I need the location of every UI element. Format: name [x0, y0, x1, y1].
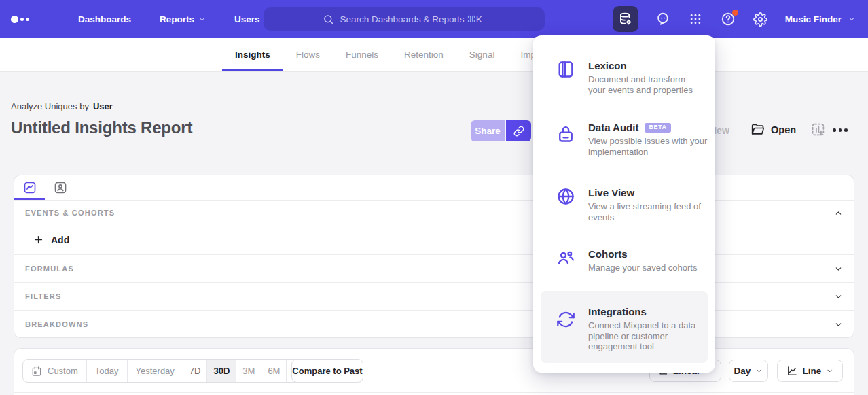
- top-nav: Dashboards Reports Users: [0, 0, 868, 38]
- analyze-value[interactable]: User: [93, 101, 113, 111]
- tools-menu-popover: Lexicon Document and transform your even…: [533, 35, 715, 373]
- interval-label: Day: [734, 366, 751, 376]
- chevron-up-icon[interactable]: [834, 209, 843, 218]
- menu-item-title: Lexicon: [588, 60, 715, 71]
- calendar-icon: [31, 366, 42, 377]
- chevron-down-icon[interactable]: [834, 320, 843, 329]
- add-event-button[interactable]: Add: [33, 235, 69, 245]
- date-range-segmented-control: Custom Today Yesterday 7D 30D 3M 6M 12M: [22, 359, 317, 383]
- menu-item-desc: Manage your saved cohorts: [588, 262, 715, 273]
- section-label: FILTERS: [25, 292, 61, 300]
- events-add-row: Add: [14, 225, 854, 254]
- support-chat-icon[interactable]: [655, 11, 671, 27]
- section-formulas[interactable]: FORMULAS: [14, 254, 854, 282]
- add-to-dashboard-icon[interactable]: [811, 122, 825, 137]
- chart-type-label: Line: [803, 366, 822, 376]
- project-name: Music Finder: [785, 14, 842, 24]
- chevron-down-icon: [198, 16, 206, 23]
- menu-item-lexicon[interactable]: Lexicon Document and transform your even…: [533, 60, 715, 95]
- chevron-down-icon: [826, 367, 833, 375]
- chart-icon: [23, 181, 37, 194]
- menu-item-desc: View possible issues with your implement…: [588, 136, 715, 157]
- search-box[interactable]: [264, 7, 545, 31]
- tab-flows[interactable]: Flows: [283, 38, 333, 71]
- range-yesterday[interactable]: Yesterday: [128, 360, 183, 382]
- chart-controls-panel: Custom Today Yesterday 7D 30D 3M 6M 12M …: [14, 348, 854, 395]
- tab-retention[interactable]: Retention: [391, 38, 456, 71]
- menu-item-desc: Document and transform your events and p…: [588, 74, 715, 95]
- menu-item-desc: Connect Mixpanel to a data pipeline or c…: [588, 320, 715, 352]
- section-events-cohorts[interactable]: EVENTS & COHORTS: [14, 201, 854, 225]
- range-custom[interactable]: Custom: [23, 360, 87, 382]
- interval-dropdown[interactable]: Day: [729, 360, 768, 382]
- topnav-right-cluster: Music Finder: [613, 0, 868, 38]
- compare-to-past-button[interactable]: Compare to Past: [291, 359, 363, 383]
- chevron-down-icon: [755, 367, 763, 375]
- chevron-down-icon: [848, 15, 856, 23]
- person-icon: [54, 181, 67, 194]
- section-filters[interactable]: FILTERS: [14, 282, 854, 310]
- settings-gear-icon[interactable]: [753, 11, 769, 27]
- apps-grid-icon[interactable]: [687, 11, 704, 27]
- chevron-down-icon[interactable]: [834, 292, 843, 301]
- profiles-tab[interactable]: [45, 175, 75, 200]
- share-button-group: Share: [471, 120, 531, 141]
- menu-item-title: Live View: [588, 187, 715, 199]
- beta-badge: BETA: [645, 123, 670, 133]
- project-switcher[interactable]: Music Finder: [785, 14, 856, 24]
- range-today[interactable]: Today: [87, 360, 128, 382]
- nav-dashboards[interactable]: Dashboards: [78, 14, 131, 24]
- range-7d[interactable]: 7D: [183, 360, 208, 382]
- tab-funnels[interactable]: Funnels: [333, 38, 391, 71]
- tab-signal[interactable]: Signal: [456, 38, 508, 71]
- analyze-label: Analyze Uniques by: [11, 101, 89, 111]
- menu-item-integrations[interactable]: Integrations Connect Mixpanel to a data …: [533, 306, 715, 352]
- menu-item-live-view[interactable]: Live View View a live streaming feed of …: [533, 187, 715, 222]
- open-report-button[interactable]: Open: [751, 123, 796, 137]
- range-3m[interactable]: 3M: [236, 360, 261, 382]
- range-6m[interactable]: 6M: [261, 360, 287, 382]
- link-icon: [513, 126, 524, 137]
- chevron-down-icon[interactable]: [834, 264, 843, 273]
- add-label: Add: [51, 235, 69, 245]
- search-input[interactable]: [340, 14, 486, 24]
- menu-item-data-audit[interactable]: Data Audit BETA View possible issues wit…: [533, 122, 715, 157]
- report-tabbar: Insights Flows Funnels Retention Signal …: [0, 38, 868, 72]
- nav-users[interactable]: Users: [234, 14, 260, 24]
- share-button[interactable]: Share: [471, 120, 505, 141]
- data-management-icon[interactable]: [613, 6, 638, 32]
- live-view-globe-icon: [556, 187, 575, 206]
- tab-insights[interactable]: Insights: [222, 38, 283, 71]
- nav-reports[interactable]: Reports: [160, 14, 206, 24]
- help-icon[interactable]: [720, 11, 736, 27]
- more-options-icon[interactable]: [833, 128, 848, 132]
- lexicon-book-icon: [556, 60, 575, 79]
- section-breakdowns[interactable]: BREAKDOWNS: [14, 310, 854, 338]
- notification-dot: [732, 10, 738, 16]
- line-chart-icon: [786, 365, 798, 377]
- menu-item-cohorts[interactable]: Cohorts Manage your saved cohorts: [533, 248, 715, 273]
- copy-link-button[interactable]: [506, 120, 531, 141]
- folder-icon: [751, 123, 765, 137]
- page-title[interactable]: Untitled Insights Report: [11, 118, 192, 137]
- range-label: Custom: [48, 366, 78, 376]
- report-subtitle: Analyze Uniques byUser: [11, 101, 113, 111]
- data-audit-lock-icon: [556, 124, 575, 143]
- integrations-sync-icon: [556, 310, 575, 329]
- open-label: Open: [771, 124, 796, 135]
- chart-type-dropdown[interactable]: Line: [777, 360, 843, 382]
- panel-divider: [14, 392, 854, 393]
- section-label: EVENTS & COHORTS: [25, 209, 115, 217]
- mixpanel-logo[interactable]: [11, 16, 29, 23]
- query-builder-panel: EVENTS & COHORTS Add FORMULAS FILTERS BR…: [14, 175, 854, 338]
- menu-item-desc: View a live streaming feed of events: [588, 201, 715, 222]
- range-30d[interactable]: 30D: [207, 360, 236, 382]
- menu-item-title: Integrations: [588, 306, 715, 317]
- section-label: BREAKDOWNS: [25, 320, 88, 328]
- builder-view-tabs: [14, 175, 854, 201]
- cohorts-people-icon: [556, 248, 575, 267]
- insights-chart-tab[interactable]: [14, 175, 45, 200]
- section-label: FORMULAS: [25, 264, 74, 273]
- plus-icon: [33, 235, 43, 245]
- menu-item-title: Data Audit BETA: [588, 122, 715, 133]
